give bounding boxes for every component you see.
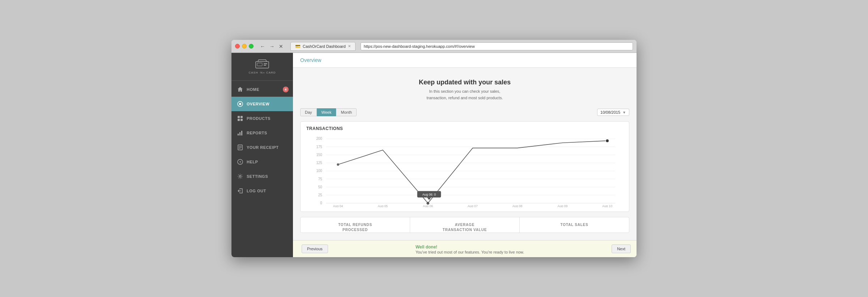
well-done-label: Well done! [416,244,437,250]
sidebar-logo: CASH ᐧN᐀ CARD [231,53,293,81]
close-button[interactable] [235,44,240,49]
address-bar [361,42,633,50]
chart-line [338,141,608,203]
help-icon: ? [237,159,243,165]
period-tabs: Day Week Month [300,108,357,116]
svg-rect-10 [241,116,243,118]
stat-avg-transaction: AVERAGETRANSACTION VALUE [410,217,520,233]
svg-rect-9 [238,116,240,118]
sidebar-item-settings[interactable]: SETTINGS [231,169,293,184]
intro-section: Keep updated with your sales In this sec… [300,75,629,103]
home-badge: 4 [283,87,289,92]
minimize-button[interactable] [242,44,247,49]
sidebar-item-reports[interactable]: REPORTS [231,126,293,140]
sidebar: CASH ᐧN᐀ CARD HOME 4 OVER [231,53,293,257]
data-point-aug04 [337,163,339,166]
forward-button[interactable]: → [268,43,276,50]
svg-text:Aug 10: Aug 10 [602,204,612,207]
sidebar-item-help[interactable]: ? HELP [231,155,293,169]
sidebar-label-products: PRODUCTS [247,116,271,121]
products-icon [237,116,243,121]
previous-button[interactable]: Previous [302,244,328,253]
maximize-button[interactable] [249,44,254,49]
stat-refunds: TOTAL REFUNDSPROCESSED [301,217,410,233]
svg-rect-2 [264,63,267,64]
sidebar-item-logout[interactable]: LOG OUT [231,184,293,198]
prev-button-container: Previous [302,244,328,253]
content-area: Keep updated with your sales In this sec… [293,68,637,240]
logout-icon [237,188,243,194]
svg-rect-1 [257,63,262,66]
svg-text:Aug 06: Aug 06 [423,204,433,207]
sidebar-item-receipt[interactable]: YOUR RECEIPT [231,140,293,155]
receipt-icon [237,145,243,150]
top-bar: Overview [293,53,637,68]
next-button[interactable]: Next [612,244,631,253]
period-tab-week[interactable]: Week [317,108,336,116]
svg-rect-3 [264,65,266,66]
browser-tab-active[interactable]: 💳 CashOrCard Dashboard ✕ [290,42,356,51]
tab-close-icon[interactable]: ✕ [348,44,351,48]
date-value: 10/08/2015 [600,110,620,114]
tab-title: CashOrCard Dashboard [303,44,346,49]
svg-rect-12 [241,119,243,121]
bottom-bar-message: Well done! You've tried out most of our … [416,243,524,254]
chart-container: 200 175 150 125 100 [306,135,623,207]
transactions-chart: 200 175 150 125 100 [306,135,623,207]
overview-icon [237,101,243,107]
sidebar-item-home[interactable]: HOME 4 [231,82,293,97]
settings-icon [237,173,243,179]
period-tab-day[interactable]: Day [300,108,317,116]
intro-desc-2: transaction, refund and most sold produc… [300,95,629,101]
stat-total-sales: TOTAL SALES [520,217,629,233]
browser-body: CASH ᐧN᐀ CARD HOME 4 OVER [231,53,637,257]
svg-text:Aug 08: Aug 08 [512,204,523,207]
svg-text:200: 200 [316,137,322,141]
sidebar-label-logout: LOG OUT [247,189,266,193]
svg-rect-11 [238,119,240,121]
page-title: Overview [300,57,321,63]
svg-rect-15 [241,131,242,135]
svg-text:100: 100 [316,169,322,173]
reports-icon [237,130,243,136]
address-input[interactable] [361,42,633,50]
stat-refunds-label: TOTAL REFUNDSPROCESSED [305,222,405,233]
date-picker[interactable]: 10/08/2015 ▼ [597,109,629,116]
reload-button[interactable]: ✕ [277,43,285,50]
svg-text:Aug 04: Aug 04 [333,204,343,207]
data-point-aug10 [606,139,609,142]
sidebar-label-settings: SETTINGS [247,174,268,179]
sidebar-item-products[interactable]: PRODUCTS [231,111,293,126]
browser-nav: ← → ✕ [259,43,285,50]
svg-text:Aug 05: Aug 05 [378,204,388,207]
browser-tabs: 💳 CashOrCard Dashboard ✕ [290,42,356,51]
period-tab-month[interactable]: Month [336,108,357,116]
svg-text:0: 0 [320,201,322,205]
intro-title: Keep updated with your sales [300,79,629,86]
tooltip-text: Aug 06: 0 [422,193,436,196]
sidebar-item-overview[interactable]: OVERVIEW [231,97,293,111]
next-button-container: Next [612,244,631,253]
sidebar-label-home: HOME [247,87,259,92]
svg-text:50: 50 [318,185,322,189]
tab-favicon: 💳 [295,44,301,49]
svg-text:25: 25 [318,193,322,197]
svg-text:Aug 09: Aug 09 [558,204,568,207]
svg-rect-14 [239,132,241,135]
svg-point-8 [239,103,241,105]
back-button[interactable]: ← [259,43,267,50]
controls-row: Day Week Month 10/08/2015 ▼ [300,108,629,116]
main-content: Overview Keep updated with your sales In… [293,53,637,257]
sidebar-label-reports: REPORTS [247,131,267,135]
dropdown-arrow-icon: ▼ [622,110,626,114]
bottom-bar: Previous Well done! You've tried out mos… [293,240,637,257]
svg-rect-13 [238,134,239,135]
stat-sales-label: TOTAL SALES [524,222,625,227]
svg-text:75: 75 [318,177,322,181]
sidebar-label-overview: OVERVIEW [247,102,269,106]
home-icon [237,87,243,92]
stat-avg-label: AVERAGETRANSACTION VALUE [414,222,515,233]
bottom-bar-description: You've tried out most of our features. Y… [416,250,524,254]
sidebar-nav: HOME 4 OVERVIEW [231,81,293,257]
svg-text:150: 150 [316,153,322,157]
